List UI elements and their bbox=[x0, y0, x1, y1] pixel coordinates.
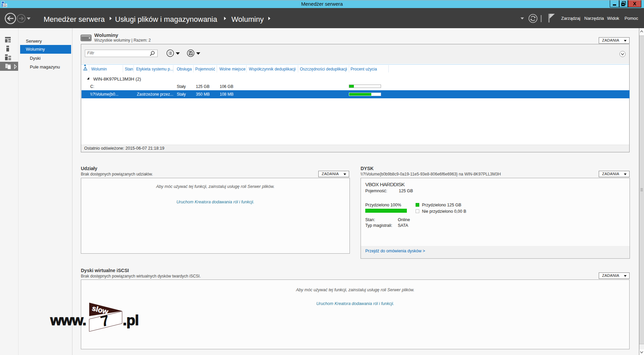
svg-text:.pl: .pl bbox=[123, 312, 139, 328]
svg-text:www.: www. bbox=[50, 312, 86, 328]
